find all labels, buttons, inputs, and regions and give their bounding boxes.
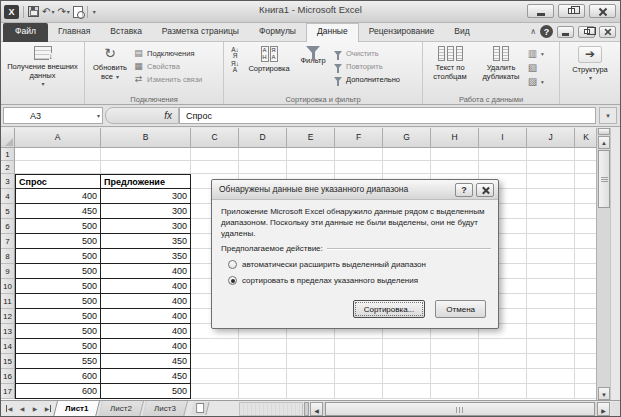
cell-E17[interactable] xyxy=(287,384,335,399)
edit-links-button[interactable]: ⇄Изменить связи xyxy=(133,73,202,85)
minimize-button[interactable] xyxy=(527,4,554,18)
cell-J17[interactable] xyxy=(527,384,575,399)
tab-data[interactable]: Данные xyxy=(306,23,359,42)
cell-B9[interactable]: 400 xyxy=(101,264,191,279)
cell-A9[interactable]: 500 xyxy=(15,264,101,279)
cell-B5[interactable]: 300 xyxy=(101,204,191,219)
cell-D14[interactable] xyxy=(239,339,287,354)
tab-view[interactable]: Вид xyxy=(444,23,479,42)
cell-A15[interactable]: 550 xyxy=(15,354,101,369)
workbook-minimize-button[interactable] xyxy=(557,26,574,38)
cell-B10[interactable]: 400 xyxy=(101,279,191,294)
cell-J3[interactable] xyxy=(527,174,575,189)
cell-C16[interactable] xyxy=(191,369,239,384)
cell-J4[interactable] xyxy=(527,189,575,204)
sheet-tab-list3[interactable]: Лист3 xyxy=(142,401,188,417)
cell-B1[interactable] xyxy=(101,148,191,161)
cell-H16[interactable] xyxy=(431,369,479,384)
cell-K16[interactable] xyxy=(575,369,598,384)
cell-A16[interactable]: 600 xyxy=(15,369,101,384)
cell-A10[interactable]: 500 xyxy=(15,279,101,294)
cell-A1[interactable] xyxy=(15,148,101,161)
cell-B14[interactable]: 400 xyxy=(101,339,191,354)
cell-K3[interactable] xyxy=(575,174,598,189)
cell-K6[interactable] xyxy=(575,219,598,234)
column-header-A[interactable]: A xyxy=(15,128,101,148)
scroll-right-icon[interactable]: ▶ xyxy=(597,402,610,416)
cell-C15[interactable] xyxy=(191,354,239,369)
row-header-4[interactable]: 4 xyxy=(1,189,15,204)
row-header-15[interactable]: 15 xyxy=(1,354,15,369)
what-if-analysis-button[interactable]: ▨▾ xyxy=(527,75,544,88)
row-header-11[interactable]: 11 xyxy=(1,294,15,309)
cell-E15[interactable] xyxy=(287,354,335,369)
formula-input[interactable]: Спрос xyxy=(179,107,596,124)
row-header-9[interactable]: 9 xyxy=(1,264,15,279)
fx-icon[interactable]: fx xyxy=(164,110,172,121)
cell-A2[interactable] xyxy=(15,161,101,174)
cell-G15[interactable] xyxy=(383,354,431,369)
tab-file[interactable]: Файл xyxy=(3,23,48,42)
cell-A14[interactable]: 500 xyxy=(15,339,101,354)
cell-K12[interactable] xyxy=(575,309,598,324)
refresh-all-button[interactable]: ↻ Обновить все ▾ xyxy=(87,44,133,91)
cell-A3[interactable]: Спрос xyxy=(15,174,101,189)
help-icon[interactable]: ? xyxy=(540,25,553,38)
cell-D15[interactable] xyxy=(239,354,287,369)
cell-J8[interactable] xyxy=(527,249,575,264)
cell-K1[interactable] xyxy=(575,148,598,161)
row-header-5[interactable]: 5 xyxy=(1,204,15,219)
column-header-C[interactable]: C xyxy=(191,128,239,148)
cell-J1[interactable] xyxy=(527,148,575,161)
sheet-tab-list2[interactable]: Лист2 xyxy=(98,401,144,417)
cell-I16[interactable] xyxy=(479,369,527,384)
column-header-B[interactable]: B xyxy=(101,128,191,148)
column-header-J[interactable]: J xyxy=(527,128,575,148)
row-header-8[interactable]: 8 xyxy=(1,249,15,264)
cell-D2[interactable] xyxy=(239,161,287,174)
column-header-I[interactable]: I xyxy=(479,128,527,148)
cell-D1[interactable] xyxy=(239,148,287,161)
cell-H14[interactable] xyxy=(431,339,479,354)
cell-K15[interactable] xyxy=(575,354,598,369)
cell-J11[interactable] xyxy=(527,294,575,309)
option-expand-selection[interactable]: автоматически расширить выделенный диапа… xyxy=(228,260,426,269)
sort-za-button[interactable]: Я↓А xyxy=(227,61,243,73)
cell-E16[interactable] xyxy=(287,369,335,384)
reapply-button[interactable]: Повторить xyxy=(332,60,400,72)
cell-A4[interactable]: 400 xyxy=(15,189,101,204)
cell-B16[interactable]: 450 xyxy=(101,369,191,384)
remove-duplicates-button[interactable]: Удалить дубликаты xyxy=(475,44,527,91)
cell-K4[interactable] xyxy=(575,189,598,204)
row-header-1[interactable]: 1 xyxy=(1,148,15,161)
tab-page-layout[interactable]: Разметка страницы xyxy=(152,23,249,42)
cell-H15[interactable] xyxy=(431,354,479,369)
data-validation-button[interactable]: ▥▾ xyxy=(527,47,544,60)
cell-E2[interactable] xyxy=(287,161,335,174)
expand-formula-bar-button[interactable]: ▾ xyxy=(599,107,617,124)
prev-sheet-button[interactable]: ◀ xyxy=(16,402,28,415)
column-header-D[interactable]: D xyxy=(239,128,287,148)
cancel-button[interactable]: Отмена xyxy=(435,300,486,318)
cell-E1[interactable] xyxy=(287,148,335,161)
dialog-help-button[interactable]: ? xyxy=(455,183,473,197)
properties-button[interactable]: ▦Свойства xyxy=(133,60,202,72)
cell-J13[interactable] xyxy=(527,324,575,339)
cell-I17[interactable] xyxy=(479,384,527,399)
scroll-up-icon[interactable]: ▲ xyxy=(598,136,610,149)
cell-A5[interactable]: 450 xyxy=(15,204,101,219)
cell-J12[interactable] xyxy=(527,309,575,324)
column-header-K[interactable]: K xyxy=(575,128,598,148)
cell-G2[interactable] xyxy=(383,161,431,174)
cell-B2[interactable] xyxy=(101,161,191,174)
column-header-H[interactable]: H xyxy=(431,128,479,148)
dialog-title-bar[interactable]: Обнаружены данные вне указанного диапазо… xyxy=(212,180,498,200)
scroll-left-icon[interactable]: ◀ xyxy=(310,402,323,416)
filter-button[interactable]: Фильтр xyxy=(294,44,332,91)
cell-J10[interactable] xyxy=(527,279,575,294)
cell-E14[interactable] xyxy=(287,339,335,354)
tab-home[interactable]: Главная xyxy=(48,23,100,42)
cell-B6[interactable]: 300 xyxy=(101,219,191,234)
cell-K9[interactable] xyxy=(575,264,598,279)
row-header-3[interactable]: 3 xyxy=(1,174,15,189)
